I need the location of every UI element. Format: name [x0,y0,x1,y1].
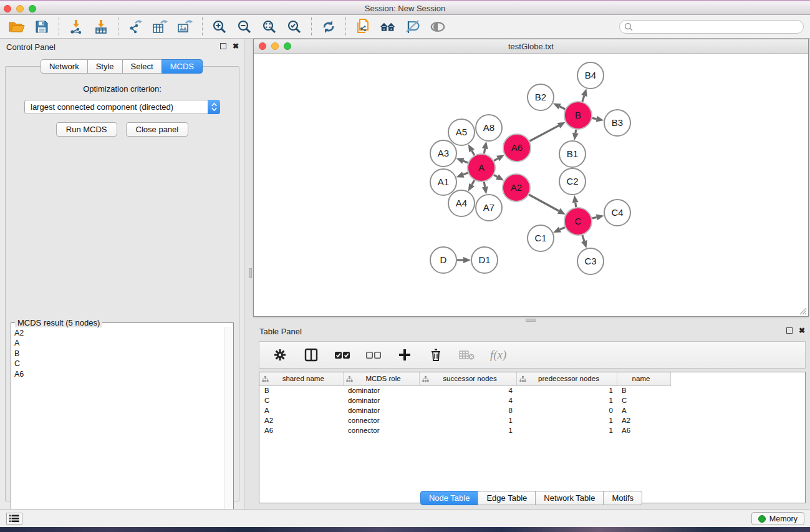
graph-edge-A-A4[interactable] [472,180,475,185]
table-cell[interactable]: B [259,385,343,395]
table-cell[interactable]: C [617,395,670,405]
vertical-splitter-handle[interactable] [249,268,252,278]
search-input[interactable] [619,20,804,34]
table-cell[interactable]: 8 [419,405,516,415]
table-cell[interactable]: 1 [419,415,516,425]
zoom-selected-icon[interactable] [286,19,302,35]
network-canvas[interactable]: B4B2BB3B1C2A5A8A6A3AA1A2A4A7C4CC1C3DD1 [254,54,808,316]
table-cell[interactable]: 1 [516,395,617,405]
tab-style[interactable]: Style [87,59,123,74]
table-settings-icon[interactable] [272,347,288,363]
import-network-icon[interactable] [68,19,84,35]
column-header-name[interactable]: name [617,372,670,385]
graph-node-B4[interactable]: B4 [577,62,604,89]
graph-node-A2[interactable]: A2 [503,174,530,201]
zoom-fit-icon[interactable] [261,19,277,35]
column-header-MCDS-role[interactable]: MCDS role [343,372,419,385]
graph-node-C2[interactable]: C2 [559,168,586,195]
table-tab-node-table[interactable]: Node Table [420,491,479,505]
graph-node-A1[interactable]: A1 [430,169,456,195]
table-cell[interactable]: 1 [419,425,516,435]
close-panel-button[interactable]: Close panel [126,122,189,137]
table-row[interactable]: Cdominator41C [259,395,805,405]
graph-node-B1[interactable]: B1 [559,141,586,167]
table-cell[interactable]: connector [343,415,419,425]
show-graphics-icon[interactable] [430,19,446,35]
float-table-panel-icon[interactable] [786,327,793,334]
open-session-icon[interactable] [9,19,25,35]
window-resize-grip[interactable] [798,306,807,315]
result-scrollbar[interactable] [224,327,233,532]
add-column-icon[interactable] [397,347,413,363]
network-window-titlebar[interactable]: testGlobe.txt [254,39,808,54]
graph-node-A[interactable]: A [468,154,495,181]
mcds-result-list[interactable]: A2ABCA6 [12,327,224,532]
graph-edge-A-A2[interactable] [494,175,498,177]
result-list-item[interactable]: A2 [14,328,224,338]
table-cell[interactable]: 4 [419,395,516,405]
select-all-columns-icon[interactable] [334,347,350,363]
graph-node-D[interactable]: D [430,247,456,273]
first-neighbors-icon[interactable] [380,19,396,35]
graph-node-C4[interactable]: C4 [604,200,630,226]
graph-edge-C-C1[interactable] [560,227,565,230]
table-cell[interactable]: 1 [516,415,617,425]
table-row[interactable]: Bdominator41B [259,385,805,395]
result-list-item[interactable]: C [14,359,224,369]
graph-edge-A2-C[interactable] [529,195,559,211]
graph-edge-C-C2[interactable] [576,203,576,208]
graph-node-B2[interactable]: B2 [528,84,554,110]
graph-node-A3[interactable]: A3 [430,140,456,167]
graph-node-C[interactable]: C [564,208,592,235]
graph-edge-B-B4[interactable] [582,95,584,102]
column-header-shared-name[interactable]: shared name [259,372,343,385]
function-icon[interactable]: f(x) [490,348,506,362]
table-cell[interactable]: 0 [516,405,617,415]
close-table-panel-icon[interactable]: ✖ [799,327,805,334]
graph-edge-A-A7[interactable] [484,182,485,187]
table-row[interactable]: Adominator80A [259,405,805,415]
graph-node-A5[interactable]: A5 [448,119,475,145]
duplicate-network-icon[interactable] [355,19,371,35]
table-cell[interactable]: A [617,405,670,415]
table-cell[interactable]: 4 [419,385,516,395]
graph-node-A8[interactable]: A8 [476,115,502,141]
table-tab-edge-table[interactable]: Edge Table [478,491,536,505]
graph-edge-B-B3[interactable] [592,118,597,118]
close-panel-icon[interactable]: ✖ [233,43,239,49]
horizontal-splitter-handle[interactable] [526,319,536,322]
graph-node-B3[interactable]: B3 [604,110,630,136]
graph-edge-A-A5[interactable] [472,151,475,155]
task-history-button[interactable] [6,513,22,525]
table-cell[interactable]: A2 [259,415,343,425]
criterion-select[interactable]: largest connected component (directed) [24,100,220,114]
graph-node-D1[interactable]: D1 [471,247,498,273]
unselect-all-columns-icon[interactable] [365,347,382,363]
run-mcds-button[interactable]: Run MCDS [56,122,117,137]
table-cell[interactable]: dominator [343,405,419,415]
graph-edge-A-A8[interactable] [484,148,485,153]
table-row[interactable]: A6connector11A6 [259,425,805,435]
memory-button[interactable]: Memory [751,512,804,525]
graph-node-C3[interactable]: C3 [577,248,604,274]
zoom-out-icon[interactable] [236,19,253,35]
save-session-icon[interactable] [34,19,50,35]
export-network-icon[interactable] [127,19,143,35]
tab-select[interactable]: Select [122,59,162,74]
table-cell[interactable]: C [259,395,343,405]
delete-column-icon[interactable] [428,347,444,363]
table-cell[interactable]: A6 [259,425,343,435]
graph-edge-C-C3[interactable] [582,235,584,241]
tab-network[interactable]: Network [41,59,88,74]
column-header-predecessor-nodes[interactable]: predecessor nodes [516,372,617,385]
graph-node-A7[interactable]: A7 [476,195,502,221]
table-cell[interactable]: dominator [343,385,419,395]
split-columns-icon[interactable] [303,347,319,363]
graph-edge-A-A3[interactable] [463,161,468,163]
graph-edge-B-B1[interactable] [576,130,576,133]
hide-selected-icon[interactable] [405,19,421,35]
table-cell[interactable]: A2 [617,415,670,425]
table-cell[interactable]: 1 [516,425,617,435]
table-cell[interactable]: A [259,405,343,415]
table-cell[interactable]: B [617,385,670,395]
